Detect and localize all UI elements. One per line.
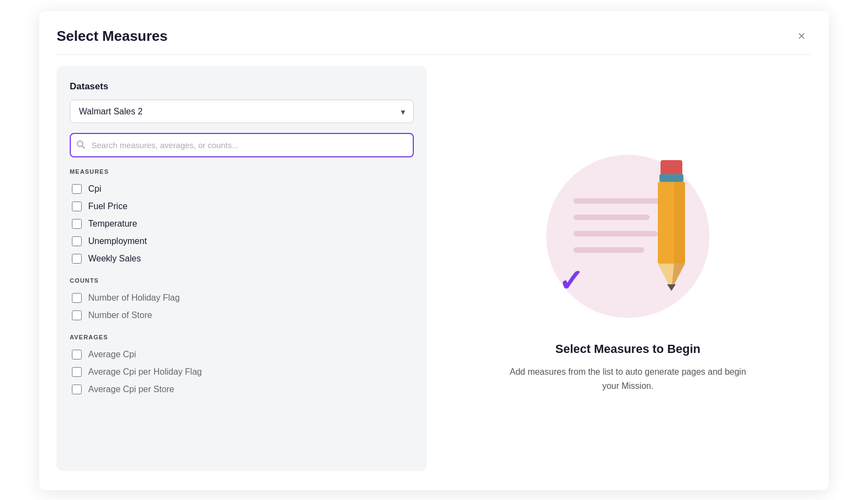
checkmark-icon: ✓ bbox=[558, 266, 584, 296]
right-panel-title: Select Measures to Begin bbox=[555, 342, 701, 356]
right-panel-description: Add measures from the list to auto gener… bbox=[503, 365, 753, 393]
pencil-icon bbox=[628, 155, 715, 291]
avg-cpi-checkbox[interactable] bbox=[72, 350, 82, 359]
illustration: ✓ bbox=[535, 144, 720, 329]
counts-section: COUNTS Number of Holiday Flag Number of … bbox=[70, 277, 414, 324]
counts-section-label: COUNTS bbox=[70, 277, 414, 284]
cpi-label: Cpi bbox=[88, 184, 101, 194]
store-checkbox[interactable] bbox=[72, 310, 82, 320]
search-wrapper bbox=[70, 133, 414, 157]
svg-rect-3 bbox=[659, 174, 683, 182]
measures-section-label: MEASURES bbox=[70, 168, 414, 175]
unemployment-label: Unemployment bbox=[88, 236, 147, 246]
dataset-select-wrapper: Walmart Sales 2 ▾ bbox=[70, 100, 414, 123]
svg-marker-8 bbox=[667, 284, 676, 291]
list-item[interactable]: Cpi bbox=[70, 180, 414, 198]
avg-cpi-holiday-checkbox[interactable] bbox=[72, 367, 82, 377]
temperature-checkbox[interactable] bbox=[72, 219, 82, 229]
avg-cpi-store-checkbox[interactable] bbox=[72, 385, 82, 394]
svg-rect-2 bbox=[661, 160, 682, 175]
holiday-flag-label: Number of Holiday Flag bbox=[88, 293, 180, 303]
unemployment-checkbox[interactable] bbox=[72, 236, 82, 246]
select-measures-modal: Select Measures × Datasets Walmart Sales… bbox=[39, 11, 829, 490]
list-item[interactable]: Unemployment bbox=[70, 233, 414, 250]
holiday-flag-checkbox[interactable] bbox=[72, 293, 82, 303]
list-item[interactable]: Temperature bbox=[70, 215, 414, 233]
avg-cpi-label: Average Cpi bbox=[88, 350, 136, 359]
search-icon bbox=[76, 140, 85, 151]
list-item[interactable]: Average Cpi per Holiday Flag bbox=[70, 363, 414, 381]
list-item[interactable]: Average Cpi bbox=[70, 346, 414, 363]
avg-cpi-store-label: Average Cpi per Store bbox=[88, 385, 174, 394]
datasets-label: Datasets bbox=[70, 81, 414, 92]
right-panel: ✓ Se bbox=[444, 66, 811, 471]
temperature-label: Temperature bbox=[88, 219, 137, 229]
modal-title: Select Measures bbox=[57, 28, 168, 45]
search-input[interactable] bbox=[70, 133, 414, 157]
fuel-price-label: Fuel Price bbox=[88, 202, 127, 211]
left-panel: Datasets Walmart Sales 2 ▾ MEASURES bbox=[57, 66, 427, 471]
dataset-select[interactable]: Walmart Sales 2 bbox=[70, 100, 414, 123]
fuel-price-checkbox[interactable] bbox=[72, 202, 82, 211]
list-item[interactable]: Average Cpi per Store bbox=[70, 381, 414, 398]
store-label: Number of Store bbox=[88, 310, 152, 320]
measures-section: MEASURES Cpi Fuel Price Temperature Unem… bbox=[70, 168, 414, 267]
avg-cpi-holiday-label: Average Cpi per Holiday Flag bbox=[88, 367, 202, 377]
weekly-sales-checkbox[interactable] bbox=[72, 254, 82, 264]
svg-line-1 bbox=[82, 146, 84, 148]
list-item[interactable]: Number of Holiday Flag bbox=[70, 289, 414, 307]
averages-section-label: AVERAGES bbox=[70, 334, 414, 340]
cpi-checkbox[interactable] bbox=[72, 184, 82, 194]
svg-rect-5 bbox=[674, 182, 685, 264]
list-item[interactable]: Number of Store bbox=[70, 307, 414, 324]
list-item[interactable]: Weekly Sales bbox=[70, 250, 414, 267]
list-item[interactable]: Fuel Price bbox=[70, 198, 414, 215]
modal-header: Select Measures × bbox=[57, 26, 811, 55]
close-button[interactable]: × bbox=[792, 26, 811, 46]
modal-body: Datasets Walmart Sales 2 ▾ MEASURES bbox=[57, 66, 811, 471]
averages-section: AVERAGES Average Cpi Average Cpi per Hol… bbox=[70, 334, 414, 398]
weekly-sales-label: Weekly Sales bbox=[88, 254, 141, 264]
